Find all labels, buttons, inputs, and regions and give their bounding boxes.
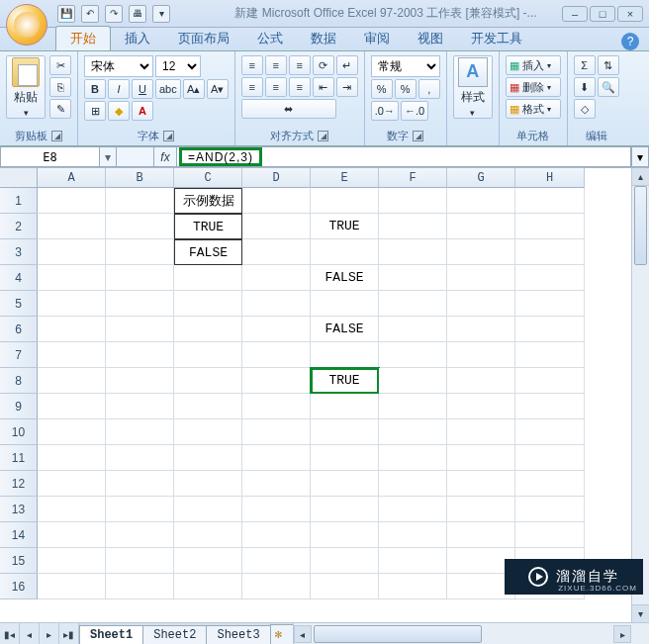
tab-formulas[interactable]: 公式 xyxy=(243,27,297,50)
cell-F10[interactable] xyxy=(379,419,447,445)
phonetic-button[interactable]: abc xyxy=(155,79,181,99)
cell-A15[interactable] xyxy=(38,548,106,574)
cell-B2[interactable] xyxy=(106,214,174,239)
font-color-button[interactable]: A xyxy=(132,101,153,121)
cell-D15[interactable] xyxy=(242,548,311,574)
cell-H9[interactable] xyxy=(515,394,585,419)
cell-F8[interactable] xyxy=(379,368,447,394)
cell-G10[interactable] xyxy=(447,419,515,445)
cell-G1[interactable] xyxy=(447,188,515,214)
copy-button[interactable]: ⎘ xyxy=(49,77,71,97)
cell-A7[interactable] xyxy=(38,342,106,368)
find-select-button[interactable]: 🔍 xyxy=(598,77,619,97)
format-painter-button[interactable]: ✎ xyxy=(49,99,71,119)
font-name-select[interactable]: 宋体 xyxy=(84,55,153,77)
sheet-nav-last[interactable]: ▸▮ xyxy=(59,623,79,644)
row-header-16[interactable]: 16 xyxy=(0,574,38,599)
row-header-12[interactable]: 12 xyxy=(0,471,38,497)
cell-C12[interactable] xyxy=(174,471,242,497)
cell-E10[interactable] xyxy=(311,419,379,445)
column-header-F[interactable]: F xyxy=(379,168,447,188)
cell-H13[interactable] xyxy=(515,497,585,522)
sheet-tab-1[interactable]: Sheet1 xyxy=(79,625,143,644)
row-header-2[interactable]: 2 xyxy=(0,214,38,239)
cell-E9[interactable] xyxy=(311,394,379,419)
cell-B13[interactable] xyxy=(106,497,174,522)
tab-data[interactable]: 数据 xyxy=(297,27,350,50)
cell-C7[interactable] xyxy=(174,342,242,368)
currency-button[interactable]: % xyxy=(371,79,393,99)
cell-F3[interactable] xyxy=(379,239,447,265)
font-size-select[interactable]: 12 xyxy=(155,55,201,77)
italic-button[interactable]: I xyxy=(108,79,130,99)
cell-E7[interactable] xyxy=(311,342,379,368)
cell-E3[interactable] xyxy=(311,239,379,265)
vertical-scrollbar[interactable]: ▴ ▾ xyxy=(631,168,649,622)
cell-C11[interactable] xyxy=(174,445,242,471)
sort-filter-button[interactable]: ⇅ xyxy=(598,55,619,75)
cell-D10[interactable] xyxy=(242,419,311,445)
cell-D5[interactable] xyxy=(242,291,311,317)
borders-button[interactable]: ⊞ xyxy=(84,101,106,121)
vscroll-thumb[interactable] xyxy=(634,186,647,265)
fill-color-button[interactable]: ◆ xyxy=(108,101,130,121)
tab-review[interactable]: 审阅 xyxy=(350,27,404,50)
cell-F4[interactable] xyxy=(379,265,447,291)
cell-D16[interactable] xyxy=(242,574,311,599)
cell-C8[interactable] xyxy=(174,368,242,394)
comma-style-button[interactable]: , xyxy=(418,79,440,99)
cell-C4[interactable] xyxy=(174,265,242,291)
row-header-14[interactable]: 14 xyxy=(0,522,38,548)
cell-G11[interactable] xyxy=(447,445,515,471)
cell-A3[interactable] xyxy=(38,239,106,265)
cell-A10[interactable] xyxy=(38,419,106,445)
name-box-dropdown[interactable]: ▾ xyxy=(99,146,117,167)
new-sheet-button[interactable]: ✻ xyxy=(270,624,294,644)
cell-E6[interactable]: FALSE xyxy=(311,317,379,342)
cell-H11[interactable] xyxy=(515,445,585,471)
cell-F6[interactable] xyxy=(379,317,447,342)
cell-D9[interactable] xyxy=(242,394,311,419)
cell-D7[interactable] xyxy=(242,342,311,368)
cell-F9[interactable] xyxy=(379,394,447,419)
cell-D4[interactable] xyxy=(242,265,311,291)
cell-E5[interactable] xyxy=(311,291,379,317)
formula-input[interactable]: =AND(2,3) xyxy=(176,146,631,167)
row-header-15[interactable]: 15 xyxy=(0,548,38,574)
cell-H7[interactable] xyxy=(515,342,585,368)
cell-A13[interactable] xyxy=(38,497,106,522)
increase-decimal-button[interactable]: .0→ xyxy=(371,101,399,121)
cell-E15[interactable] xyxy=(311,548,379,574)
row-header-9[interactable]: 9 xyxy=(0,394,38,419)
align-center-button[interactable]: ≡ xyxy=(265,77,287,97)
underline-button[interactable]: U xyxy=(132,79,153,99)
cell-E11[interactable] xyxy=(311,445,379,471)
cell-B10[interactable] xyxy=(106,419,174,445)
tab-insert[interactable]: 插入 xyxy=(111,27,164,50)
scroll-right-button[interactable]: ▸ xyxy=(613,625,631,643)
cell-D6[interactable] xyxy=(242,317,311,342)
cell-C9[interactable] xyxy=(174,394,242,419)
cell-C3[interactable]: FALSE xyxy=(174,239,242,265)
cell-D13[interactable] xyxy=(242,497,311,522)
cell-F16[interactable] xyxy=(379,574,447,599)
row-header-10[interactable]: 10 xyxy=(0,419,38,445)
cell-D14[interactable] xyxy=(242,522,311,548)
cell-E16[interactable] xyxy=(311,574,379,599)
cell-C2[interactable]: TRUE xyxy=(174,214,242,239)
scroll-up-button[interactable]: ▴ xyxy=(632,168,649,186)
cell-A6[interactable] xyxy=(38,317,106,342)
cell-G12[interactable] xyxy=(447,471,515,497)
cell-B1[interactable] xyxy=(106,188,174,214)
sheet-tab-3[interactable]: Sheet3 xyxy=(206,625,270,644)
cell-A2[interactable] xyxy=(38,214,106,239)
cell-B15[interactable] xyxy=(106,548,174,574)
row-header-13[interactable]: 13 xyxy=(0,497,38,522)
fill-button[interactable]: ⬇ xyxy=(574,77,596,97)
qat-save[interactable]: 💾 xyxy=(57,5,75,23)
column-header-B[interactable]: B xyxy=(106,168,174,188)
cell-D8[interactable] xyxy=(242,368,311,394)
cell-C1[interactable]: 示例数据 xyxy=(174,188,242,214)
clipboard-dialog-launcher[interactable]: ◢ xyxy=(51,131,62,141)
office-button[interactable] xyxy=(6,4,47,46)
